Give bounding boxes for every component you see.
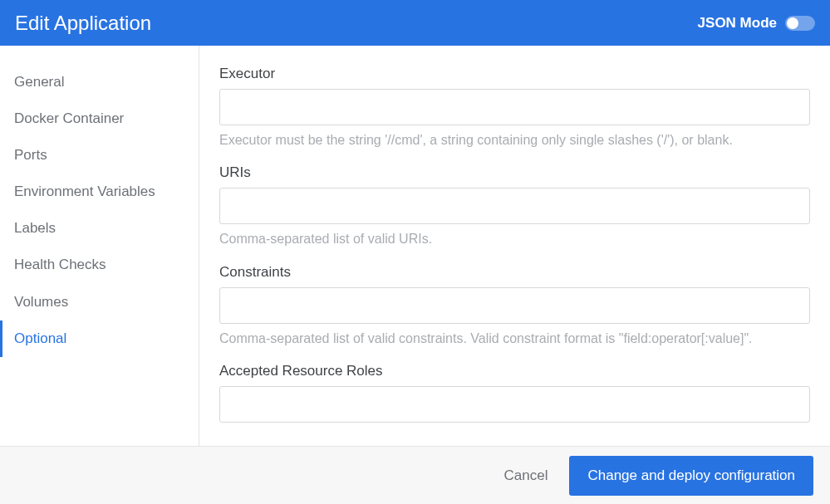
sidebar-item-label: Ports — [14, 147, 47, 163]
constraints-label: Constraints — [219, 264, 810, 281]
accepted-resource-roles-label: Accepted Resource Roles — [219, 363, 810, 379]
sidebar-item-label: Labels — [14, 220, 56, 236]
modal-header: Edit Application JSON Mode — [0, 0, 830, 46]
json-mode-control: JSON Mode — [698, 15, 815, 32]
uris-input[interactable] — [219, 188, 810, 224]
executor-hint: Executor must be the string '//cmd', a s… — [219, 131, 810, 149]
toggle-knob — [787, 17, 798, 29]
uris-label: URIs — [219, 164, 810, 181]
sidebar-item-label: Optional — [14, 330, 66, 346]
sidebar-item-docker-container[interactable]: Docker Container — [0, 100, 199, 137]
cancel-button[interactable]: Cancel — [499, 459, 553, 492]
field-group-uris: URIs Comma-separated list of valid URIs. — [219, 164, 810, 248]
json-mode-label: JSON Mode — [698, 15, 777, 32]
sidebar-item-labels[interactable]: Labels — [0, 210, 199, 247]
sidebar-item-general[interactable]: General — [0, 64, 199, 100]
executor-label: Executor — [219, 66, 810, 82]
sidebar-item-label: Health Checks — [14, 257, 106, 272]
main-panel: Executor Executor must be the string '//… — [199, 46, 830, 446]
field-group-accepted-resource-roles: Accepted Resource Roles — [219, 363, 810, 423]
accepted-resource-roles-input[interactable] — [219, 386, 810, 423]
field-group-executor: Executor Executor must be the string '//… — [219, 66, 810, 149]
modal-footer: Cancel Change and deploy configuration — [0, 446, 830, 504]
submit-button[interactable]: Change and deploy configuration — [569, 456, 813, 496]
sidebar: General Docker Container Ports Environme… — [0, 46, 199, 446]
sidebar-item-ports[interactable]: Ports — [0, 137, 199, 174]
modal-title: Edit Application — [15, 12, 151, 35]
sidebar-item-optional[interactable]: Optional — [0, 321, 199, 357]
uris-hint: Comma-separated list of valid URIs. — [219, 230, 810, 248]
sidebar-item-volumes[interactable]: Volumes — [0, 284, 199, 321]
sidebar-item-label: General — [14, 74, 64, 90]
sidebar-item-environment-variables[interactable]: Environment Variables — [0, 174, 199, 210]
sidebar-item-label: Environment Variables — [14, 183, 155, 199]
constraints-hint: Comma-separated list of valid constraint… — [219, 330, 810, 348]
executor-input[interactable] — [219, 89, 810, 125]
field-group-constraints: Constraints Comma-separated list of vali… — [219, 264, 810, 348]
sidebar-item-health-checks[interactable]: Health Checks — [0, 247, 199, 283]
modal-body: General Docker Container Ports Environme… — [0, 46, 830, 446]
constraints-input[interactable] — [219, 287, 810, 324]
sidebar-item-label: Volumes — [14, 294, 68, 310]
sidebar-item-label: Docker Container — [14, 110, 124, 126]
json-mode-toggle[interactable] — [785, 16, 815, 31]
